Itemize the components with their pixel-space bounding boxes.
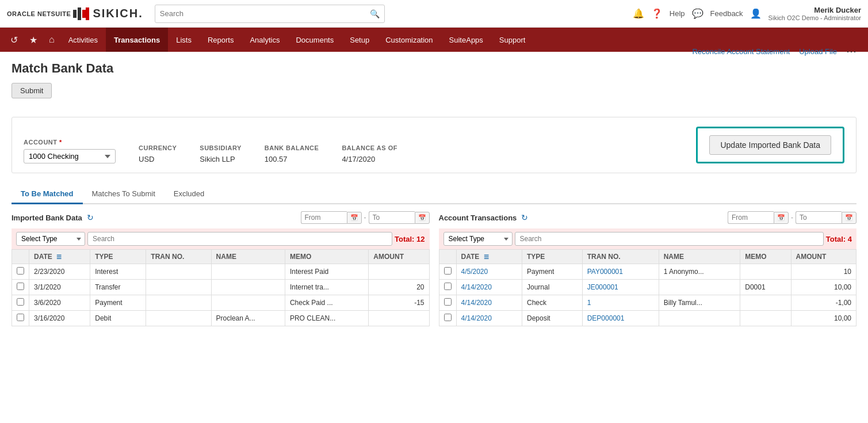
row-tran-no[interactable]: DEP000001: [582, 311, 659, 326]
imported-table-head: DATE ☰ TYPE TRAN NO. NAME MEMO AMOUNT: [12, 250, 430, 264]
feedback-link[interactable]: Feedback: [710, 9, 743, 18]
account-to-cal-btn[interactable]: 📅: [842, 212, 856, 224]
imported-type-select[interactable]: Select Type: [16, 232, 85, 246]
row-checkbox[interactable]: [17, 267, 24, 275]
tab-to-be-matched[interactable]: To Be Matched: [12, 185, 83, 204]
row-checkbox[interactable]: [17, 298, 24, 306]
tab-excluded[interactable]: Excluded: [165, 185, 213, 204]
user-icon[interactable]: 👤: [750, 8, 762, 19]
imported-table-wrapper: DATE ☰ TYPE TRAN NO. NAME MEMO AMOUNT 2/…: [12, 249, 430, 326]
account-type-select[interactable]: Select Type: [443, 232, 513, 246]
row-type: Payment: [522, 264, 583, 280]
account-total-badge: Total: 4: [826, 235, 852, 243]
account-refresh-icon[interactable]: ↻: [521, 213, 528, 222]
row-checkbox[interactable]: [444, 283, 452, 290]
user-info: Merik Ducker Sikich O2C Demo - Administr…: [768, 6, 861, 21]
reconcile-link[interactable]: Reconcile Account Statement: [692, 47, 790, 56]
row-amount: -1,00: [791, 295, 856, 311]
global-search-icon: 🔍: [370, 9, 380, 18]
account-table-body: 4/5/2020 Payment PAY000001 1 Anonymo... …: [439, 264, 856, 326]
row-tran-no[interactable]: PAY000001: [582, 264, 659, 280]
help-link[interactable]: Help: [670, 9, 685, 18]
imported-col-date: DATE ☰: [29, 250, 90, 264]
row-memo: [740, 264, 791, 280]
row-name: [659, 280, 740, 295]
row-date[interactable]: 4/14/2020: [456, 311, 522, 326]
global-search-input[interactable]: [160, 9, 370, 18]
bank-balance-label: BANK BALANCE: [265, 144, 319, 151]
imported-from-cal-btn[interactable]: 📅: [347, 212, 362, 224]
header-actions: 🔔 ❓ Help 💬 Feedback 👤 Merik Ducker Sikic…: [633, 6, 861, 21]
row-checkbox[interactable]: [444, 314, 452, 321]
nav-item-suiteapps[interactable]: SuiteApps: [441, 28, 491, 52]
row-amount: 20: [369, 280, 429, 295]
row-date[interactable]: 4/14/2020: [456, 295, 522, 311]
nav-refresh-icon[interactable]: ↺: [5, 35, 24, 45]
nav-item-analytics[interactable]: Analytics: [242, 28, 288, 52]
imported-to-input[interactable]: [369, 211, 415, 224]
nav-item-support[interactable]: Support: [491, 28, 534, 52]
account-col-type: TYPE: [522, 250, 583, 264]
row-date[interactable]: 4/5/2020: [456, 264, 522, 280]
imported-from-input[interactable]: [301, 211, 347, 224]
row-type: Deposit: [522, 311, 583, 326]
row-type: Debit: [90, 311, 146, 326]
account-select[interactable]: 1000 Checking: [24, 149, 116, 163]
bank-balance-value: 100.57: [265, 155, 319, 163]
row-date[interactable]: 4/14/2020: [456, 280, 522, 295]
help-icon[interactable]: ❓: [651, 8, 663, 19]
submit-button[interactable]: Submit: [12, 83, 52, 98]
account-filter-row: Select Type Total: 4: [439, 228, 857, 249]
svg-rect-1: [78, 7, 81, 20]
tab-matches-to-submit[interactable]: Matches To Submit: [83, 185, 165, 204]
imported-search-input[interactable]: [87, 232, 392, 246]
notifications-icon[interactable]: 🔔: [633, 8, 644, 19]
nav-item-activities[interactable]: Activities: [60, 28, 106, 52]
account-to-input[interactable]: [796, 211, 842, 224]
balance-as-of-label: BALANCE AS OF: [342, 144, 397, 151]
table-row: 3/1/2020 Transfer Internet tra... 20: [12, 280, 430, 295]
row-checkbox[interactable]: [444, 267, 452, 275]
top-header: ORACLE NETSUITE SIKICH. 🔍 🔔 ❓ Help 💬 Fee…: [0, 0, 868, 28]
panels-container: Imported Bank Data ↻ 📅 - 📅 Select T: [12, 211, 856, 326]
nav-item-reports[interactable]: Reports: [200, 28, 242, 52]
update-imported-bank-data-button[interactable]: Update Imported Bank Data: [709, 135, 831, 155]
imported-to-cal-btn[interactable]: 📅: [415, 212, 430, 224]
table-row: 3/16/2020 Debit Proclean A... PRO CLEAN.…: [12, 311, 430, 326]
row-checkbox[interactable]: [444, 298, 452, 306]
imported-bank-data-panel: Imported Bank Data ↻ 📅 - 📅 Select T: [12, 211, 430, 326]
upload-file-link[interactable]: Upload File: [799, 47, 837, 56]
more-actions-icon[interactable]: ⋯: [846, 45, 856, 58]
row-checkbox[interactable]: [17, 283, 24, 290]
nav-item-lists[interactable]: Lists: [168, 28, 200, 52]
row-memo: Check Paid ...: [285, 295, 368, 311]
page-title: Match Bank Data: [12, 61, 113, 75]
nav-home-icon[interactable]: ⌂: [43, 35, 60, 45]
row-checkbox-cell: [12, 311, 29, 326]
nav-item-transactions[interactable]: Transactions: [106, 28, 168, 52]
imported-from-group: 📅: [301, 211, 362, 224]
account-from-input[interactable]: [728, 211, 774, 224]
imported-filter-row: Select Type Total: 12: [12, 228, 430, 249]
imported-refresh-icon[interactable]: ↻: [87, 213, 94, 222]
row-tran-no[interactable]: 1: [582, 295, 659, 311]
imported-col-amount: AMOUNT: [369, 250, 429, 264]
row-checkbox[interactable]: [17, 314, 24, 321]
table-row: 4/14/2020 Check 1 Billy Tamul... -1,00: [439, 295, 856, 311]
nav-item-setup[interactable]: Setup: [342, 28, 377, 52]
nav-item-documents[interactable]: Documents: [288, 28, 342, 52]
nav-star-icon[interactable]: ★: [24, 35, 43, 45]
page-actions: Reconcile Account Statement Upload File …: [692, 45, 856, 58]
row-tran-no[interactable]: JE000001: [582, 280, 659, 295]
account-search-input[interactable]: [515, 232, 824, 246]
page-content: Match Bank Data Reconcile Account Statem…: [0, 52, 868, 336]
account-col-amount: AMOUNT: [791, 250, 856, 264]
row-amount: 10,00: [791, 280, 856, 295]
bank-balance-field-group: BANK BALANCE 100.57: [265, 144, 319, 163]
account-from-cal-btn[interactable]: 📅: [774, 212, 789, 224]
global-search-bar[interactable]: 🔍: [155, 5, 385, 23]
nav-item-customization[interactable]: Customization: [377, 28, 441, 52]
balance-as-of-value: 4/17/2020: [342, 155, 397, 163]
feedback-icon[interactable]: 💬: [692, 8, 703, 19]
row-checkbox-cell: [12, 295, 29, 311]
